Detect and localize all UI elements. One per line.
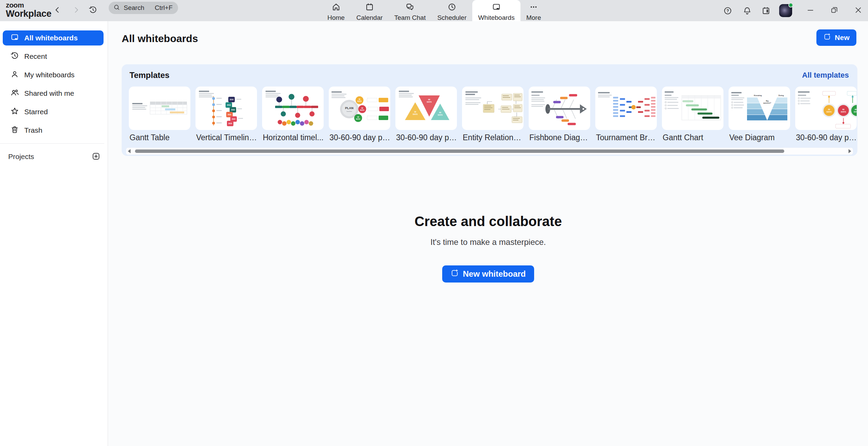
restore-icon (830, 6, 839, 16)
logo-zoom-text: zoom (6, 1, 51, 9)
template-card-vertical-timeline[interactable]: 201820192020202120222023 Vertical Timeli… (195, 87, 257, 142)
scroll-left-arrow[interactable] (128, 149, 131, 153)
tab-more[interactable]: More (520, 0, 547, 21)
add-project-button[interactable] (91, 152, 101, 162)
star-icon (10, 107, 19, 117)
minimize-button[interactable] (806, 6, 815, 15)
search-placeholder: Search (124, 4, 144, 12)
template-thumbnail (662, 87, 723, 130)
svg-text:60: 60 (439, 112, 441, 114)
svg-text:60: 60 (361, 107, 363, 109)
scroll-right-arrow[interactable] (849, 149, 851, 153)
new-whiteboard-button-top[interactable]: New (816, 29, 856, 46)
history-icon (89, 5, 97, 16)
back-button[interactable] (51, 4, 64, 17)
people-icon (10, 88, 19, 99)
template-thumbnail (529, 87, 590, 130)
template-card-label: Gantt Table (129, 133, 190, 142)
template-card-vee[interactable]: KnowingDoingBigquestion? Vee Diagram (729, 87, 790, 142)
topbar-right-cluster: ? (723, 0, 868, 21)
template-card-plan-rings[interactable]: 30DAYS60DAYS90DAY 30-60-90 day pl... (795, 87, 857, 142)
template-card-label: Entity Relations... (462, 133, 524, 142)
template-card-gantt-chart[interactable]: Gantt Chart (662, 87, 723, 142)
svg-text:Big: Big (766, 100, 769, 102)
trash-icon (10, 125, 19, 136)
template-thumbnail: 30DAYS60DAYS90DAY (795, 87, 857, 130)
tab-home[interactable]: Home (322, 0, 351, 21)
sidebar-item-trash[interactable]: Trash (3, 123, 104, 138)
sidebar-item-my-whiteboards[interactable]: My whiteboards (3, 67, 104, 82)
more-icon (529, 2, 538, 13)
template-card-horizontal-timeline[interactable]: Horizontal timel... (262, 87, 324, 142)
search-input[interactable]: Search Ctrl+F (109, 2, 178, 14)
top-bar: zoom Workplace Search Ctrl+F Home Calend… (0, 0, 868, 21)
all-templates-link[interactable]: All templates (802, 71, 849, 80)
svg-text:90: 90 (855, 108, 857, 110)
svg-text:30: 30 (828, 108, 830, 110)
recent-icon (10, 51, 19, 62)
template-card-label: 30-60-90 day pl... (795, 133, 857, 142)
notifications-button[interactable] (743, 6, 752, 15)
search-icon (113, 4, 124, 12)
template-card-plan-triangles[interactable]: 90DAYS30DAYS60DAYS 30-60-90 day pl... (395, 87, 457, 142)
tab-calendar[interactable]: Calendar (351, 0, 389, 21)
new-whiteboard-button-center[interactable]: New whiteboard (442, 265, 534, 283)
sidebar-divider (0, 143, 104, 144)
template-card-label: Vertical Timelines (195, 133, 257, 142)
templates-panel: Templates All templates Gantt Table 2018… (122, 64, 857, 156)
template-thumbnail (462, 87, 524, 130)
svg-text:2020: 2020 (231, 109, 235, 111)
svg-text:question?: question? (763, 102, 771, 104)
svg-text:60: 60 (842, 108, 844, 110)
svg-text:Doing: Doing (778, 94, 784, 96)
svg-text:2021: 2021 (228, 114, 231, 116)
template-card-gantt-table[interactable]: Gantt Table (129, 87, 190, 142)
scrollbar-thumb[interactable] (135, 149, 784, 153)
help-button[interactable]: ? (723, 6, 732, 15)
chevron-left-icon (53, 5, 62, 16)
template-card-erd[interactable]: Entity Relations... (462, 87, 524, 142)
svg-text:90: 90 (357, 116, 359, 118)
tab-scheduler[interactable]: Scheduler (432, 0, 473, 21)
sidebar-item-shared-with-me[interactable]: Shared with me (3, 86, 104, 101)
sidebar-item-all-whiteboards[interactable]: All whiteboards (3, 30, 104, 45)
home-icon (331, 2, 341, 13)
presence-dot (788, 3, 793, 8)
whiteboard-icon (10, 33, 19, 43)
zoom-workplace-logo: zoom Workplace (6, 1, 51, 18)
close-button[interactable] (854, 6, 863, 15)
template-thumbnail (129, 87, 190, 130)
svg-text:DAYS: DAYS (438, 114, 443, 116)
svg-text:2018: 2018 (230, 99, 233, 101)
forward-button[interactable] (69, 4, 83, 17)
svg-text:30: 30 (414, 111, 416, 113)
new-button-label: New (835, 34, 850, 42)
template-card-plan-circles[interactable]: PLAN30DAYS60DAYS90DAYS 30-60-90 day pl..… (329, 87, 390, 142)
svg-text:90: 90 (428, 99, 430, 101)
template-card-label: Vee Diagram (729, 133, 790, 142)
svg-text:?: ? (727, 8, 729, 13)
history-button[interactable] (86, 4, 100, 17)
svg-text:DAYS: DAYS (357, 101, 362, 102)
svg-text:DAYS: DAYS (841, 111, 846, 113)
template-thumbnail: 201820192020202120222023 (195, 87, 257, 130)
help-icon: ? (723, 11, 732, 16)
tab-team-chat[interactable]: Team Chat (389, 0, 432, 21)
svg-text:DAYS: DAYS (360, 109, 364, 111)
tab-whiteboards[interactable]: Whiteboards (472, 0, 520, 21)
plus-square-icon (91, 156, 101, 162)
template-card-fishbone[interactable]: Fishbone Diagra... (529, 87, 590, 142)
template-thumbnail: 90DAYS30DAYS60DAYS (395, 87, 457, 130)
template-card-bracket[interactable]: Tournament Bra... (595, 87, 657, 142)
svg-text:2023: 2023 (228, 122, 232, 124)
chevron-right-icon (72, 5, 81, 16)
projects-label: Projects (8, 153, 34, 161)
avatar[interactable] (779, 4, 792, 17)
today-panel-button[interactable] (761, 6, 771, 15)
search-shortcut: Ctrl+F (155, 4, 173, 12)
template-cards-row: Gantt Table 201820192020202120222023 Ver… (129, 87, 857, 142)
sidebar-item-recent[interactable]: Recent (3, 49, 104, 64)
sidebar-item-starred[interactable]: Starred (3, 104, 104, 119)
restore-button[interactable] (830, 6, 839, 15)
whiteboard-icon (492, 2, 501, 13)
